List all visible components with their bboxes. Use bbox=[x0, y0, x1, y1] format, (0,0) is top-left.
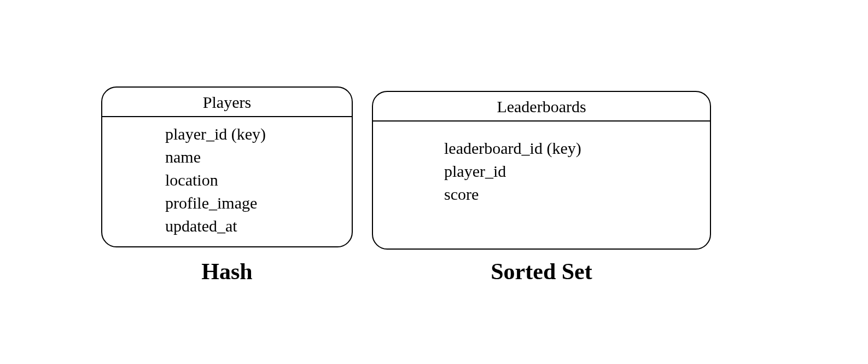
players-box: Players player_id (key) name location pr… bbox=[101, 86, 353, 247]
players-field: profile_image bbox=[165, 192, 341, 215]
leaderboards-box: Leaderboards leaderboard_id (key) player… bbox=[372, 91, 711, 250]
leaderboards-field: leaderboard_id (key) bbox=[444, 137, 699, 160]
players-fields: player_id (key) name location profile_im… bbox=[102, 117, 352, 247]
leaderboards-field: score bbox=[444, 183, 699, 206]
leaderboards-caption: Sorted Set bbox=[372, 258, 711, 285]
players-field: location bbox=[165, 169, 341, 192]
leaderboards-field: player_id bbox=[444, 160, 699, 183]
diagram-canvas: Players player_id (key) name location pr… bbox=[0, 0, 868, 364]
players-field: name bbox=[165, 146, 341, 169]
leaderboards-title: Leaderboards bbox=[373, 92, 710, 122]
players-field: player_id (key) bbox=[165, 123, 341, 146]
leaderboards-fields: leaderboard_id (key) player_id score bbox=[373, 122, 710, 216]
players-field: updated_at bbox=[165, 215, 341, 238]
players-caption: Hash bbox=[101, 258, 353, 285]
players-title: Players bbox=[102, 88, 352, 117]
